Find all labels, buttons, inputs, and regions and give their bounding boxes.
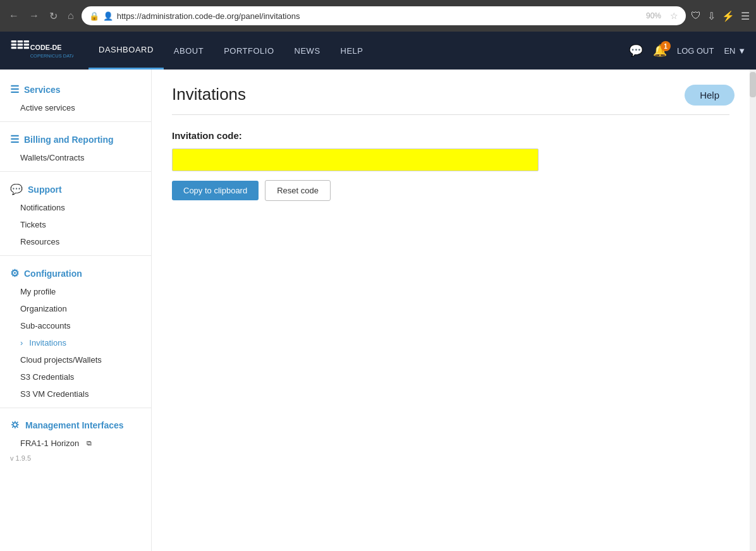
browser-menu-icon[interactable]: ☰ <box>741 10 750 22</box>
svg-rect-9 <box>24 47 29 49</box>
svg-rect-1 <box>11 40 16 42</box>
configuration-icon: ⚙ <box>10 267 19 279</box>
sidebar-item-resources[interactable]: Resources <box>0 233 151 250</box>
notification-badge: 1 <box>661 41 671 51</box>
nav-portfolio[interactable]: PORTFOLIO <box>214 32 284 70</box>
chat-icon: 💬 <box>629 44 643 57</box>
nav-about[interactable]: ABOUT <box>164 32 214 70</box>
sidebar: ☰ Services Active services ☰ Billing and… <box>0 70 152 551</box>
version-text: v 1.9.5 <box>0 452 151 464</box>
navbar-links: DASHBOARD ABOUT PORTFOLIO NEWS HELP <box>88 32 629 70</box>
billing-icon: ☰ <box>10 133 19 145</box>
page-divider <box>172 114 729 115</box>
address-bar[interactable]: 🔒 👤 https://administration.code-de.org/p… <box>82 6 686 25</box>
invitation-code-input[interactable] <box>172 148 539 171</box>
zoom-level: 90% <box>641 11 666 20</box>
shield-icon: 🛡 <box>691 10 701 21</box>
configuration-section-label: Configuration <box>24 269 82 279</box>
forward-button[interactable]: → <box>27 8 42 24</box>
site-logo[interactable]: CODE-DE COPERNICUS DATA <box>10 37 73 64</box>
sidebar-item-invitations[interactable]: › Invitations <box>0 334 151 351</box>
svg-rect-4 <box>11 44 16 45</box>
sidebar-section-support[interactable]: 💬 Support <box>0 177 151 199</box>
svg-rect-2 <box>18 40 23 42</box>
svg-text:COPERNICUS DATA: COPERNICUS DATA <box>30 52 73 58</box>
sidebar-item-cloud-projects[interactable]: Cloud projects/Wallets <box>0 351 151 368</box>
sidebar-item-active-services[interactable]: Active services <box>0 99 151 116</box>
external-link-icon: ⧉ <box>87 439 92 447</box>
download-icon: ⇩ <box>707 10 716 22</box>
logout-button[interactable]: LOG OUT <box>677 46 714 56</box>
extensions-icon: ⚡ <box>722 10 735 22</box>
back-button[interactable]: ← <box>6 8 21 24</box>
management-section-label: Management Interfaces <box>25 420 124 430</box>
copy-to-clipboard-button[interactable]: Copy to clipboard <box>172 181 259 200</box>
nav-dashboard[interactable]: DASHBOARD <box>88 32 164 70</box>
svg-rect-8 <box>18 47 23 49</box>
connection-icon: 👤 <box>103 11 113 21</box>
notifications-button[interactable]: 🔔 1 <box>653 44 667 58</box>
scrollbar-thumb <box>750 72 756 97</box>
billing-section-label: Billing and Reporting <box>24 135 114 145</box>
divider-3 <box>0 255 151 256</box>
svg-rect-3 <box>24 40 29 42</box>
main-content: Help Invitations Invitation code: Copy t… <box>152 70 750 551</box>
divider-2 <box>0 171 151 172</box>
support-icon: 💬 <box>10 183 23 195</box>
browser-toolbar: 🛡 ⇩ ⚡ ☰ <box>691 10 750 22</box>
home-button[interactable]: ⌂ <box>65 8 76 24</box>
nav-news[interactable]: NEWS <box>284 32 331 70</box>
chat-icon-button[interactable]: 💬 <box>629 44 643 58</box>
svg-text:CODE-DE: CODE-DE <box>30 44 62 51</box>
svg-rect-5 <box>18 44 23 45</box>
chevron-down-icon: ▼ <box>738 46 746 56</box>
refresh-button[interactable]: ↻ <box>47 8 60 25</box>
sidebar-item-fra1-1-horizon[interactable]: FRA1-1 Horizon ⧉ <box>0 435 151 452</box>
chevron-right-icon: › <box>20 338 23 348</box>
sidebar-item-wallets[interactable]: Wallets/Contracts <box>0 149 151 166</box>
help-button[interactable]: Help <box>685 85 735 106</box>
sidebar-item-s3-vm-credentials[interactable]: S3 VM Credentials <box>0 385 151 403</box>
navbar: CODE-DE COPERNICUS DATA DASHBOARD ABOUT … <box>0 32 756 70</box>
nav-help[interactable]: HELP <box>331 32 374 70</box>
sidebar-item-sub-accounts[interactable]: Sub-accounts <box>0 317 151 334</box>
browser-chrome: ← → ↻ ⌂ 🔒 👤 https://administration.code-… <box>0 0 756 32</box>
sidebar-section-billing[interactable]: ☰ Billing and Reporting <box>0 127 151 149</box>
sidebar-item-notifications[interactable]: Notifications <box>0 199 151 216</box>
sidebar-item-organization[interactable]: Organization <box>0 300 151 317</box>
language-selector[interactable]: EN ▼ <box>724 46 746 56</box>
reset-code-button[interactable]: Reset code <box>265 180 331 201</box>
management-icon: ⛭ <box>10 420 20 431</box>
services-section-label: Services <box>24 85 61 95</box>
svg-rect-7 <box>11 47 16 49</box>
divider-4 <box>0 408 151 408</box>
sidebar-section-management[interactable]: ⛭ Management Interfaces <box>0 413 151 435</box>
navbar-right: 💬 🔔 1 LOG OUT EN ▼ <box>629 44 746 58</box>
invitation-code-label: Invitation code: <box>172 130 729 141</box>
sidebar-section-services[interactable]: ☰ Services <box>0 77 151 99</box>
sidebar-section-configuration[interactable]: ⚙ Configuration <box>0 261 151 283</box>
right-scrollbar[interactable] <box>750 70 756 551</box>
button-row: Copy to clipboard Reset code <box>172 180 729 201</box>
sidebar-item-s3-credentials[interactable]: S3 Credentials <box>0 368 151 385</box>
page-title: Invitations <box>172 85 729 104</box>
bookmark-icon[interactable]: ☆ <box>670 11 678 21</box>
sidebar-item-my-profile[interactable]: My profile <box>0 283 151 300</box>
svg-rect-6 <box>24 44 29 45</box>
security-icon: 🔒 <box>89 11 99 21</box>
url-text: https://administration.code-de.org/panel… <box>117 11 637 21</box>
divider-1 <box>0 121 151 122</box>
services-icon: ☰ <box>10 83 19 95</box>
support-section-label: Support <box>28 185 62 195</box>
app-layout: ☰ Services Active services ☰ Billing and… <box>0 70 756 551</box>
sidebar-item-tickets[interactable]: Tickets <box>0 216 151 233</box>
